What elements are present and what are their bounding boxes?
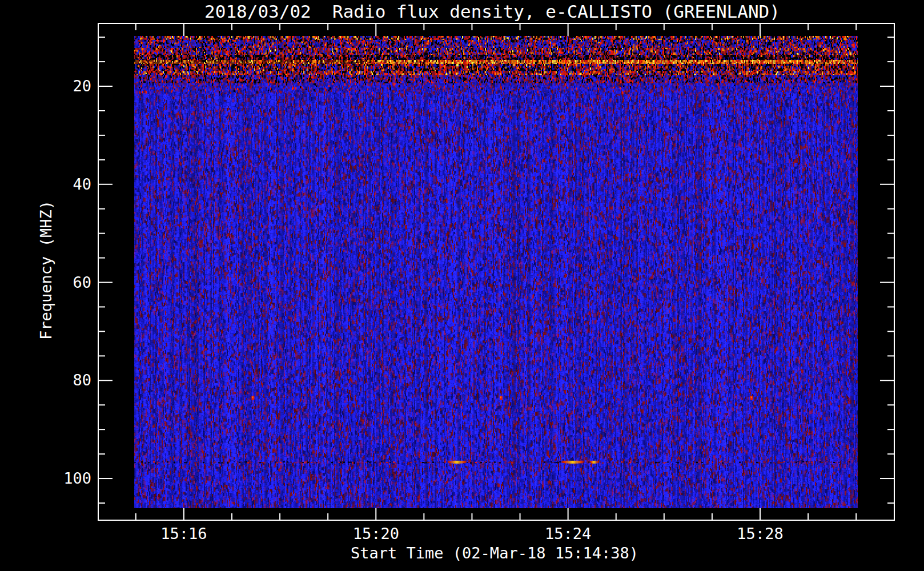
chart-title: 2018/03/02 Radio flux density, e-CALLIST…: [204, 1, 780, 22]
y-tick-label: 60: [0, 274, 91, 291]
x-tick-label: 15:28: [697, 525, 823, 542]
x-axis-title: Start Time (02-Mar-18 15:14:38): [351, 544, 638, 562]
y-tick-label: 80: [0, 372, 91, 389]
x-tick-label: 15:20: [313, 525, 439, 542]
x-tick-label: 15:24: [505, 525, 631, 542]
spectrogram-page: 2018/03/02 Radio flux density, e-CALLIST…: [0, 0, 924, 571]
y-tick-label: 40: [0, 176, 91, 193]
spectrogram-canvas: [134, 36, 858, 508]
y-tick-label: 20: [0, 78, 91, 95]
y-axis-title: Frequency (MHZ): [37, 200, 55, 340]
y-tick-label: 100: [0, 470, 91, 487]
x-tick-label: 15:16: [121, 525, 247, 542]
